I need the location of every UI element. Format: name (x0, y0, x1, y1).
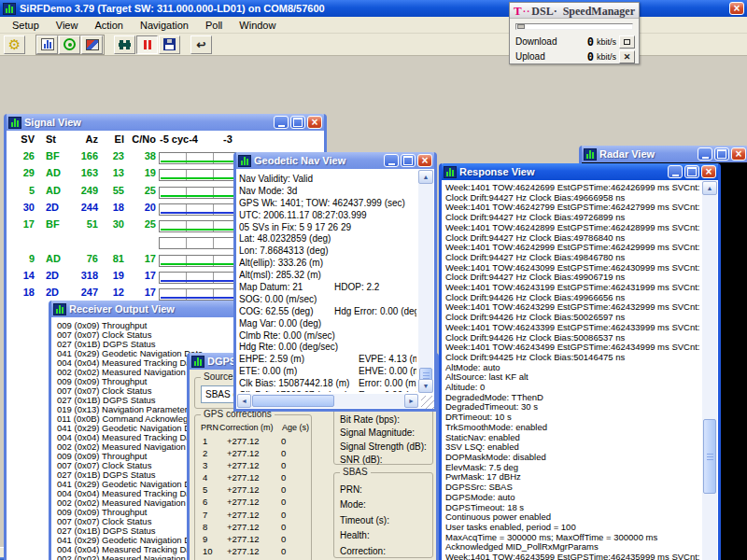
map-view-button[interactable] (81, 35, 103, 54)
nav-field: Nav Mode: 3d (239, 186, 297, 198)
close-button[interactable] (731, 147, 746, 161)
nav-field: GPS Wk: 1401; TOW: 462437.999 (sec) (239, 198, 405, 210)
window-title: Geodetic Nav View (254, 155, 381, 166)
menu-item-poll[interactable]: Poll (197, 18, 231, 33)
cell: 5 (203, 484, 207, 495)
window-icon (53, 303, 66, 315)
scroll-down-button[interactable] (418, 379, 433, 393)
window-title: Radar View (599, 148, 695, 160)
resize-grip[interactable] (421, 396, 434, 409)
nav-field: Mag Var: 0.00 (deg) (239, 318, 321, 330)
window-icon (238, 155, 251, 167)
minimize-button[interactable] (384, 154, 399, 167)
speed-gauge[interactable] (515, 23, 633, 30)
nav-data-line: GPS Wk: 1401; TOW: 462437.999 (sec) (239, 198, 416, 210)
titlebar[interactable]: Response View (442, 163, 718, 180)
cell: 247 (68, 287, 98, 298)
pause-button[interactable] (136, 35, 158, 54)
cell: 163 (68, 167, 98, 178)
scroll-left-button[interactable] (237, 394, 251, 408)
beacon-field-label: SNR (dB): (340, 454, 432, 467)
close-button[interactable] (307, 116, 322, 129)
close-button[interactable] (701, 165, 716, 178)
beacon-field-label: Bit Rate (bps): (340, 413, 432, 427)
maximize-button[interactable] (401, 154, 416, 167)
cell: 0 (281, 448, 286, 458)
maximize-button[interactable] (290, 116, 305, 129)
titlebar[interactable]: Signal View (7, 114, 324, 131)
nav-field: Clk Bias: 15087442.18 (m) (239, 378, 349, 390)
window-response-view: Response View Week:1401 TOW:46242699 Est… (439, 163, 721, 560)
correction-row: 1+277.120 (195, 436, 311, 448)
cell: 7 (203, 510, 207, 520)
scroll-right-button[interactable] (404, 394, 418, 408)
menu-item-action[interactable]: Action (86, 18, 132, 33)
cell: 17 (124, 253, 156, 264)
minimize-button[interactable] (668, 165, 683, 178)
scroll-up-button[interactable] (702, 181, 717, 195)
close-button[interactable] (729, 2, 744, 15)
menu-item-navigation[interactable]: Navigation (132, 18, 197, 33)
nav-data-line: Lat: 48.0232859 (deg) (239, 233, 416, 245)
cell: 0 (281, 497, 286, 507)
download-value: 0 (587, 35, 594, 49)
cell: +277.12 (227, 534, 260, 544)
nav-field: Hdg Error: 0.00 (deg) (334, 306, 416, 318)
cell: +277.12 (227, 522, 260, 532)
app-icon (3, 3, 16, 15)
restore-button[interactable] (619, 35, 635, 49)
maximize-button[interactable] (714, 147, 729, 161)
minimize-button[interactable] (698, 147, 712, 161)
horizontal-scrollbar[interactable] (237, 394, 418, 408)
cell: +277.12 (227, 546, 260, 556)
chart-axis-label: -3 (223, 133, 233, 145)
cell: 14 (8, 270, 35, 281)
titlebar[interactable]: Geodetic Nav View (236, 152, 434, 169)
close-button[interactable]: ✕ (619, 50, 635, 63)
menu-item-window[interactable]: Window (231, 18, 284, 33)
speedmanager-label: SpeedManager (563, 5, 635, 19)
return-arrow-icon: ↩ (196, 38, 205, 51)
cell: 0 (281, 546, 286, 556)
cell: 76 (68, 253, 98, 264)
floppy-disk-icon (163, 38, 176, 50)
reset-button[interactable]: ↩ (190, 35, 212, 54)
correction-row: 3+277.120 (195, 460, 311, 472)
cell: 0 (281, 472, 286, 483)
connect-button[interactable] (114, 35, 135, 54)
radar-view-button[interactable] (59, 35, 80, 54)
speedmanager-window: T ·· DSL· SpeedManager Download 0 kbit/s… (509, 2, 640, 64)
gps-corrections-group: GPS corrections PRNCorrection (m)Age (s)… (194, 414, 312, 560)
setup-button[interactable]: ⚙ (4, 35, 25, 54)
sbas-field-label: Mode: (340, 497, 432, 512)
close-button[interactable] (417, 154, 432, 167)
cell: 20 (124, 202, 156, 213)
speedmanager-titlebar[interactable]: T ·· DSL· SpeedManager (510, 3, 639, 19)
correction-row: 7+277.120 (195, 510, 311, 522)
vertical-scrollbar[interactable] (418, 170, 433, 393)
scrollbar-thumb[interactable] (703, 419, 716, 494)
scroll-up-button[interactable] (418, 170, 433, 184)
menu-item-view[interactable]: View (48, 18, 87, 33)
nav-field: Map Datum: 21 (239, 282, 303, 294)
minimize-button[interactable] (274, 116, 289, 129)
log-file-button[interactable] (159, 35, 180, 54)
nav-data-line: Hdg Rte: 0.00 (deg/sec) (239, 342, 416, 354)
nav-data-line: ETE: 0.00 (m)EHVE: 0.00 (m/sec) (239, 366, 416, 378)
titlebar[interactable]: Radar View (582, 146, 747, 162)
vertical-scrollbar[interactable] (702, 181, 717, 560)
beacon-field-label: Signal Magnitude: (340, 427, 432, 440)
cell: 0 (281, 522, 286, 532)
cell: 0 (281, 484, 286, 495)
cell: 30 (102, 218, 124, 230)
menu-item-setup[interactable]: Setup (4, 18, 48, 33)
scrollbar-thumb[interactable] (252, 395, 334, 407)
beacon-field-label: Signal Strength (dB): (340, 441, 432, 454)
cell: 29 (8, 167, 35, 178)
correction-row: 5+277.120 (195, 484, 311, 497)
maximize-button[interactable] (684, 165, 699, 178)
signal-view-button[interactable] (36, 35, 58, 54)
cell: 17 (124, 270, 156, 281)
nav-field: Lon: 7.8684313 (deg) (239, 245, 329, 258)
nav-field: ETE: 0.00 (m) (239, 366, 297, 378)
